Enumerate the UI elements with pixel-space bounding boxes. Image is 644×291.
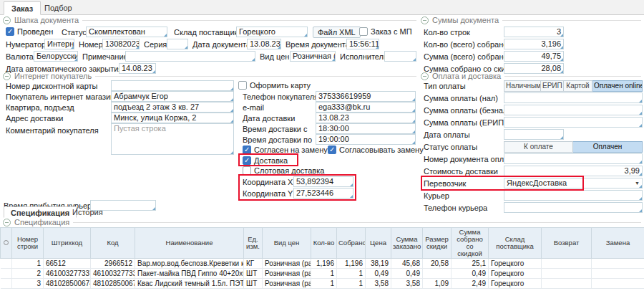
sum-collected-field[interactable]: 49,75 — [504, 51, 564, 62]
discount-card-field[interactable] — [111, 80, 234, 91]
courier-phone-field[interactable] — [504, 202, 643, 213]
xml-file-button[interactable]: Файл XML — [313, 27, 361, 38]
cell[interactable]: 1 — [337, 269, 366, 279]
pay-cash-field[interactable] — [504, 92, 643, 103]
collapse-icon[interactable] — [3, 16, 11, 24]
email-field[interactable]: ega333@bk.ru — [316, 102, 416, 113]
cell[interactable]: 3,58 — [391, 279, 423, 289]
cell[interactable] — [423, 269, 452, 279]
cell[interactable]: Горецкого — [489, 269, 542, 279]
col-line-number[interactable]: Номер строки — [12, 228, 44, 259]
coord-x-field[interactable]: 53,892394 — [293, 176, 353, 187]
col-sum-discounted[interactable]: Сумма собрано со скидкой — [452, 228, 489, 259]
cell[interactable]: 1 — [337, 279, 366, 289]
cell[interactable]: Квас Лидский темный 1.5л. ПЭТ — [135, 279, 244, 289]
executor-field[interactable] — [384, 51, 416, 62]
cell[interactable]: 0,49 — [391, 269, 423, 279]
delivery-cost-field[interactable]: 3,99 — [504, 166, 643, 176]
cell[interactable]: Розничная (рас — [263, 269, 311, 279]
issue-card-checkbox[interactable]: Оформить карту — [238, 81, 311, 90]
payment-type-online[interactable]: Оплачен online — [592, 80, 643, 92]
pay-status-paid[interactable]: Оплачен — [573, 141, 643, 153]
cell[interactable]: 45,68 — [391, 259, 423, 269]
doc-time-field[interactable]: 15:56:11 — [346, 39, 379, 49]
delivery-date-field[interactable]: 13.08.23 — [316, 113, 416, 123]
cell[interactable]: 1,196 — [337, 259, 366, 269]
order-mp-checkbox[interactable]: Заказ с МП — [359, 27, 412, 36]
pay-date-field[interactable] — [504, 129, 564, 140]
col-qty[interactable]: Кол-во — [311, 228, 337, 259]
slot-delivery-checkbox[interactable]: Слотовая доставка — [243, 166, 324, 175]
carrier-select[interactable]: ЯндексДоставка ▼ — [504, 178, 643, 189]
cell[interactable]: 25,1 — [452, 259, 489, 269]
lines-count-field[interactable]: 3 — [504, 27, 564, 37]
cell[interactable]: 38,19 — [366, 259, 391, 269]
collapse-icon[interactable] — [3, 219, 11, 226]
col-return[interactable]: Возврат — [542, 228, 592, 259]
cell[interactable]: Горецкого — [489, 279, 542, 289]
table-row[interactable]: 2 4610032773375 4610032773375 Пакет-майк… — [1, 269, 644, 279]
col-replacement[interactable]: Замена — [592, 228, 644, 259]
col-name[interactable]: Наименование — [135, 228, 244, 259]
collapse-icon[interactable] — [421, 16, 429, 24]
cell[interactable]: Горецкого — [489, 259, 542, 269]
apartment-field[interactable]: подъезд 2 этаж 3 кв. 27 — [111, 102, 234, 113]
doc-date-field[interactable]: 13.08.23 — [247, 39, 281, 49]
col-sum-ordered[interactable]: Сумма заказано — [391, 228, 423, 259]
courier-field[interactable] — [504, 190, 643, 201]
collapse-icon[interactable] — [421, 72, 429, 80]
cell[interactable] — [592, 259, 644, 269]
cell[interactable]: 1 — [311, 269, 337, 279]
cell[interactable]: 66512 — [44, 259, 91, 269]
price-kind-field[interactable]: Розничная (р — [290, 51, 336, 62]
cell[interactable]: 4610032773375 — [91, 269, 135, 279]
pay-status-topay[interactable]: К оплате — [504, 141, 573, 153]
pay-cashless-field[interactable] — [504, 105, 643, 115]
cell[interactable] — [542, 259, 592, 269]
table-row[interactable]: 3 4810285006743 4810285006743 Квас Лидск… — [1, 279, 644, 289]
row-marker-header[interactable] — [1, 228, 12, 259]
cell[interactable] — [542, 279, 592, 289]
supplier-warehouse-field[interactable]: Горецкого — [236, 27, 308, 37]
cell[interactable]: 0,49 — [366, 269, 391, 279]
tab-pick[interactable]: Подбор — [37, 1, 79, 15]
col-collected[interactable]: Собрано — [337, 228, 366, 259]
numerator-field[interactable]: Интерне — [44, 39, 74, 49]
cell[interactable]: 1,196 — [311, 259, 337, 269]
table-row[interactable]: 1 66512 2966512 Вар.мор.вод.беспозв.Крев… — [1, 259, 644, 269]
pay-erip-field[interactable] — [504, 117, 643, 128]
col-code[interactable]: Код — [91, 228, 135, 259]
status-field[interactable]: Скомплектован — [86, 27, 167, 37]
qty-collected-field[interactable]: 3,196 — [504, 39, 564, 49]
delivery-checkbox[interactable]: Доставка — [243, 156, 288, 165]
currency-field[interactable]: Белорусский — [34, 51, 78, 62]
cell[interactable]: ШТ — [244, 269, 263, 279]
posted-checkbox[interactable]: Проведен — [6, 27, 53, 36]
buyer-phone-field[interactable]: 375336619959 — [316, 91, 416, 102]
col-price[interactable]: Цена — [366, 228, 391, 259]
tab-order[interactable]: Заказ — [4, 1, 41, 15]
cell[interactable]: 4810285006743 — [91, 279, 135, 289]
approve-replace-checkbox[interactable]: Согласовывать замену — [328, 146, 424, 154]
cell[interactable]: ШТ — [244, 279, 263, 289]
cell[interactable]: Пакет-майка ПВД Гиппо 40+20x65/50 мкм се… — [135, 269, 244, 279]
cell[interactable] — [542, 269, 592, 279]
cell[interactable]: 2 — [12, 269, 44, 279]
col-unit[interactable]: Ед. изм. — [244, 228, 263, 259]
comment-field[interactable]: Пустая строка — [111, 123, 234, 155]
cell[interactable]: 2966512 — [91, 259, 135, 269]
cell[interactable]: 4810285006743 — [44, 279, 91, 289]
note-field[interactable] — [125, 51, 255, 62]
cell[interactable]: Вар.мор.вод.беспозв.Креветки корол. м/р … — [135, 259, 244, 269]
coord-y-field[interactable]: 27,523446 — [293, 188, 353, 199]
cell[interactable]: 0,49 — [452, 269, 489, 279]
series-field[interactable] — [167, 39, 188, 49]
tab-history[interactable]: История — [66, 206, 109, 218]
cell[interactable]: 3,58 — [366, 279, 391, 289]
cell[interactable]: Розничная (рас — [263, 279, 311, 289]
cell[interactable]: 20,58 — [423, 259, 452, 269]
cell[interactable] — [592, 269, 644, 279]
cell[interactable]: КГ — [244, 259, 263, 269]
number-field[interactable]: 13082023 — [102, 39, 140, 49]
col-discount-size[interactable]: Размер скидки — [423, 228, 452, 259]
